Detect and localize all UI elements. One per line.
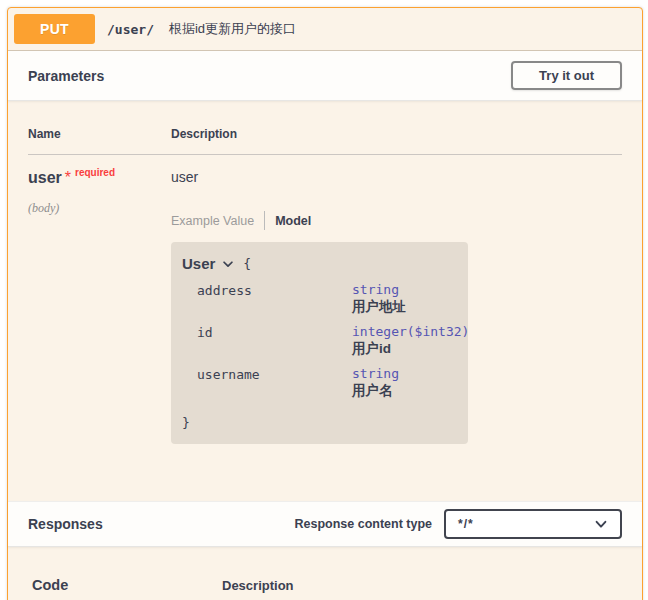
responses-section-header: Responses Response content type */*	[8, 501, 642, 547]
parameter-name-cell: user*required (body)	[28, 169, 171, 444]
parameters-title: Parameters	[28, 68, 104, 84]
property-type: string	[352, 366, 458, 382]
model-properties: address string 用户地址 id integer($int32) 用…	[197, 282, 458, 399]
parameter-description-cell: user Example Value Model User	[171, 169, 622, 444]
property-description: 用户id	[352, 340, 469, 357]
tab-separator	[264, 211, 265, 230]
response-content-type-value: */*	[458, 517, 474, 531]
response-content-type-select[interactable]: */*	[444, 509, 622, 539]
model-property-username: username string 用户名	[197, 366, 458, 399]
response-content-type-wrap: Response content type */*	[294, 509, 622, 539]
property-name: id	[197, 324, 352, 357]
endpoint-summary-text: 根据id更新用户的接口	[169, 20, 296, 38]
model-example-tabs: Example Value Model	[171, 211, 622, 230]
property-meta: integer($int32) 用户id	[352, 324, 469, 357]
property-type: string	[352, 282, 458, 298]
http-method-badge: PUT	[14, 14, 95, 44]
parameter-in: (body)	[28, 201, 171, 216]
tab-example-value[interactable]: Example Value	[171, 214, 254, 228]
model-toggle[interactable]: User {	[182, 255, 458, 272]
parameters-table: Name Description user*required (body) us…	[8, 101, 642, 501]
responses-table: Code Description	[8, 547, 642, 593]
description-column-header: Description	[171, 127, 622, 141]
property-description: 用户名	[352, 382, 458, 399]
parameters-table-header: Name Description	[28, 127, 622, 155]
required-star: *	[65, 169, 71, 186]
model-box: User { address string	[171, 242, 468, 444]
name-column-header: Name	[28, 127, 171, 141]
parameter-description: user	[171, 169, 622, 185]
close-brace: }	[182, 415, 458, 430]
model-title: User	[182, 255, 215, 272]
endpoint-path: /user/	[107, 22, 154, 37]
code-column-header: Code	[32, 577, 222, 593]
open-brace: {	[243, 256, 251, 271]
operation-block-put-user: PUT /user/ 根据id更新用户的接口 Parameters Try it…	[7, 7, 643, 600]
parameter-row: user*required (body) user Example Value …	[28, 155, 622, 444]
model-property-address: address string 用户地址	[197, 282, 458, 315]
required-label: required	[75, 167, 115, 178]
parameter-name: user	[28, 169, 62, 186]
property-name: address	[197, 282, 352, 315]
property-meta: string 用户名	[352, 366, 458, 399]
property-meta: string 用户地址	[352, 282, 458, 315]
chevron-down-icon	[594, 517, 608, 531]
property-type: integer($int32)	[352, 324, 469, 340]
operation-summary[interactable]: PUT /user/ 根据id更新用户的接口	[8, 8, 642, 51]
tab-model[interactable]: Model	[275, 214, 311, 228]
property-description: 用户地址	[352, 298, 458, 315]
chevron-down-icon	[221, 257, 235, 271]
parameters-section-header: Parameters Try it out	[8, 51, 642, 101]
response-content-type-label: Response content type	[294, 517, 432, 531]
property-name: username	[197, 366, 352, 399]
responses-title: Responses	[28, 516, 103, 532]
try-it-out-button[interactable]: Try it out	[511, 61, 622, 90]
model-property-id: id integer($int32) 用户id	[197, 324, 458, 357]
responses-table-header: Code Description	[32, 577, 622, 593]
description-column-header: Description	[222, 578, 622, 593]
